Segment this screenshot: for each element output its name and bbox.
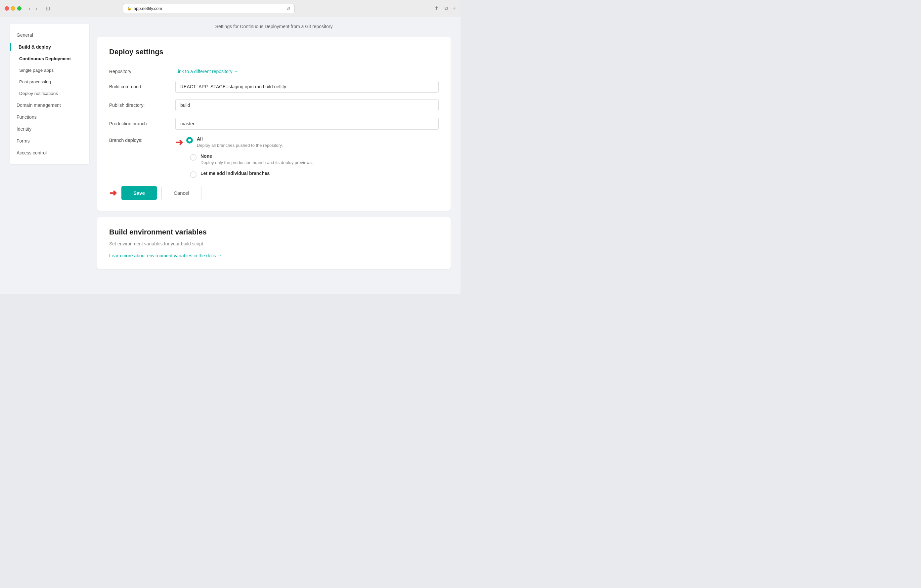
radio-all[interactable] <box>186 137 193 143</box>
build-command-value <box>175 81 439 93</box>
build-env-card: Build environment variables Set environm… <box>97 217 451 269</box>
branch-deploys-row: Branch deploys: ➜ All Deploy all branche… <box>109 136 439 178</box>
build-command-row: Build command: <box>109 81 439 93</box>
radio-individual-text: Let me add individual branches <box>200 171 270 177</box>
tab-view-button[interactable]: ⊡ <box>44 5 52 12</box>
production-branch-input[interactable] <box>175 118 439 130</box>
browser-actions: ⬆ ⧉ + <box>432 5 456 12</box>
production-branch-value <box>175 118 439 130</box>
page-content: General Build & deploy Continuous Deploy… <box>0 17 460 294</box>
forward-button[interactable]: › <box>34 5 39 12</box>
sidebar-item-build-deploy[interactable]: Build & deploy <box>10 41 89 53</box>
deploy-settings-card: Deploy settings Repository: Link to a di… <box>97 37 451 211</box>
radio-option-all[interactable]: All Deploy all branches pushed to the re… <box>186 136 283 148</box>
traffic-lights <box>5 6 21 11</box>
publish-directory-label: Publish directory: <box>109 99 169 108</box>
close-button[interactable] <box>5 6 9 11</box>
radio-none-text: None Deploy only the production branch a… <box>200 153 313 166</box>
sidebar-item-forms[interactable]: Forms <box>10 135 89 147</box>
add-tab-button[interactable]: + <box>452 5 456 12</box>
save-button[interactable]: Save <box>121 186 157 200</box>
sidebar-item-general[interactable]: General <box>10 29 89 41</box>
sidebar-item-continuous-deployment[interactable]: Continuous Deployment <box>10 53 89 65</box>
build-env-subtitle: Set environment variables for your build… <box>109 241 439 246</box>
radio-option-none[interactable]: None Deploy only the production branch a… <box>175 153 439 166</box>
tab-manage-button[interactable]: ⧉ <box>443 5 450 12</box>
repository-row: Repository: Link to a different reposito… <box>109 65 439 74</box>
reload-button[interactable]: ↺ <box>286 6 290 11</box>
url-text: app.netlify.com <box>133 6 162 11</box>
sidebar-item-functions[interactable]: Functions <box>10 111 89 123</box>
publish-directory-value <box>175 99 439 111</box>
lock-icon: 🔒 <box>127 6 132 11</box>
build-command-input[interactable] <box>175 81 439 93</box>
fullscreen-button[interactable] <box>17 6 21 11</box>
browser-chrome: ‹ › ⊡ 🔒 app.netlify.com ↺ ⬆ ⧉ + <box>0 0 460 17</box>
sidebar-item-access-control[interactable]: Access control <box>10 147 89 159</box>
sidebar-item-identity[interactable]: Identity <box>10 123 89 135</box>
form-actions: ➜ Save Cancel <box>109 186 439 200</box>
arrow-to-all: ➜ <box>175 137 183 148</box>
arrow-to-save: ➜ <box>109 187 117 198</box>
all-option-row: ➜ All Deploy all branches pushed to the … <box>175 136 439 148</box>
deploy-settings-title: Deploy settings <box>109 48 439 56</box>
publish-directory-row: Publish directory: <box>109 99 439 111</box>
radio-all-text: All Deploy all branches pushed to the re… <box>197 136 283 148</box>
minimize-button[interactable] <box>11 6 15 11</box>
radio-option-individual[interactable]: Let me add individual branches <box>175 171 439 178</box>
radio-individual[interactable] <box>190 171 197 178</box>
publish-directory-input[interactable] <box>175 99 439 111</box>
repository-link[interactable]: Link to a different repository → <box>175 65 439 74</box>
sidebar-item-post-processing[interactable]: Post processing <box>10 76 89 88</box>
learn-more-link[interactable]: Learn more about environment variables i… <box>109 250 439 258</box>
main-content: Settings for Continuous Deployment from … <box>97 24 451 288</box>
page-subtitle: Settings for Continuous Deployment from … <box>97 24 451 29</box>
cancel-button[interactable]: Cancel <box>161 186 202 200</box>
sidebar-item-deploy-notifications[interactable]: Deploy notifications <box>10 88 89 99</box>
production-branch-row: Production branch: <box>109 118 439 130</box>
back-button[interactable]: ‹ <box>27 5 33 12</box>
build-command-label: Build command: <box>109 81 169 89</box>
radio-all-inner <box>188 139 191 141</box>
share-button[interactable]: ⬆ <box>432 5 441 12</box>
production-branch-label: Production branch: <box>109 118 169 126</box>
repository-label: Repository: <box>109 65 169 74</box>
sidebar: General Build & deploy Continuous Deploy… <box>10 24 89 164</box>
sidebar-item-domain-management[interactable]: Domain management <box>10 99 89 111</box>
branch-options: ➜ All Deploy all branches pushed to the … <box>175 136 439 178</box>
radio-none[interactable] <box>190 154 197 161</box>
repository-value: Link to a different repository → <box>175 65 439 74</box>
branch-deploys-label: Branch deploys: <box>109 136 169 143</box>
sidebar-item-single-page-apps[interactable]: Single page apps <box>10 65 89 76</box>
build-env-title: Build environment variables <box>109 228 439 236</box>
url-bar[interactable]: 🔒 app.netlify.com ↺ <box>123 4 295 13</box>
nav-buttons: ‹ › <box>27 5 39 12</box>
